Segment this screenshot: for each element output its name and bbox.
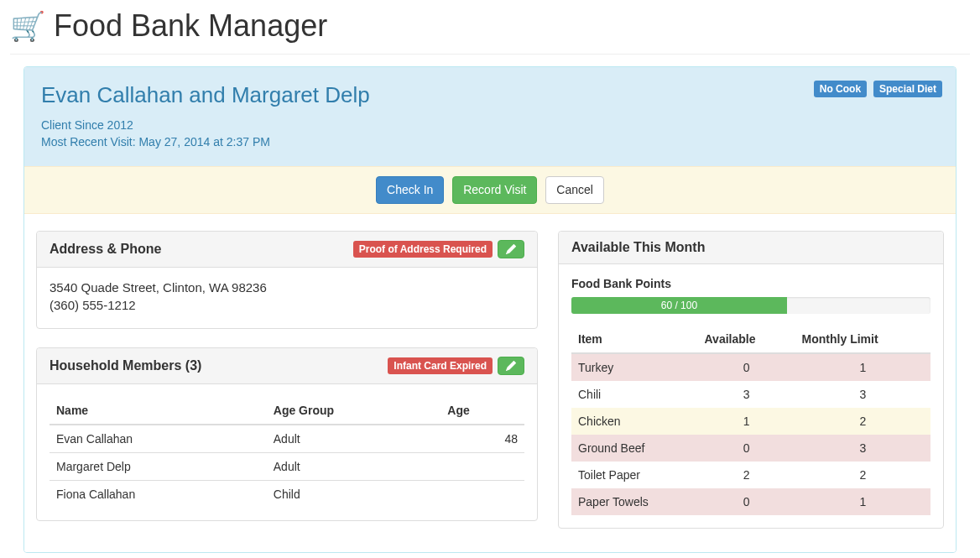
recent-visit-label: Most Recent Visit: — [41, 135, 138, 149]
household-warning-label: Infant Card Expired — [388, 357, 493, 374]
item-limit: 1 — [795, 353, 930, 381]
table-row: Margaret DelpAdult — [50, 453, 524, 481]
item-name: Ground Beef — [571, 435, 698, 462]
available-card: Available This Month Food Bank Points 60… — [558, 231, 944, 529]
table-row: Fiona CallahanChild — [50, 481, 524, 508]
left-column: Address & Phone Proof of Address Require… — [36, 231, 538, 540]
household-table: Name Age Group Age Evan CallahanAdult48M… — [50, 397, 524, 508]
table-row: Ground Beef03 — [571, 435, 930, 462]
client-badges: No Cook Special Diet — [811, 81, 942, 97]
address-card-header: Address & Phone Proof of Address Require… — [37, 232, 537, 268]
table-row: Chili33 — [571, 381, 930, 408]
item-name: Turkey — [571, 353, 698, 381]
item-name: Chicken — [571, 408, 698, 435]
item-name: Toilet Paper — [571, 462, 698, 488]
points-label: Food Bank Points — [571, 277, 930, 290]
cancel-button[interactable]: Cancel — [545, 176, 604, 205]
item-limit: 2 — [795, 408, 930, 435]
badge-special-diet: Special Diet — [873, 81, 942, 97]
available-card-title: Available This Month — [571, 240, 705, 255]
col-name: Name — [50, 397, 267, 425]
badge-no-cook: No Cook — [814, 81, 867, 97]
item-limit: 3 — [795, 381, 930, 408]
available-card-header: Available This Month — [559, 232, 943, 264]
phone-line: (360) 555-1212 — [50, 298, 524, 312]
col-limit: Monthly Limit — [795, 326, 930, 353]
member-age — [440, 481, 524, 508]
household-card: Household Members (3) Infant Card Expire… — [36, 347, 538, 521]
member-age — [440, 453, 524, 481]
app-title: Food Bank Manager — [54, 8, 327, 44]
table-row: Chicken12 — [571, 408, 930, 435]
address-line: 3540 Quade Street, Clinton, WA 98236 — [50, 280, 524, 295]
client-meta: Client Since 2012 Most Recent Visit: May… — [41, 117, 939, 151]
content-body: Address & Phone Proof of Address Require… — [24, 214, 956, 552]
address-card-body: 3540 Quade Street, Clinton, WA 98236 (36… — [37, 268, 537, 328]
member-age-group: Child — [267, 481, 441, 508]
available-card-body: Food Bank Points 60 / 100 Item Available… — [559, 264, 943, 528]
address-warning-label: Proof of Address Required — [353, 241, 493, 258]
item-available: 0 — [698, 488, 795, 515]
record-visit-button[interactable]: Record Visit — [452, 176, 537, 205]
pencil-icon — [506, 244, 516, 254]
cart-icon: 🛒 — [10, 12, 45, 40]
table-row: Paper Towels01 — [571, 488, 930, 515]
app-header: 🛒 Food Bank Manager — [10, 0, 970, 55]
points-progress-bar: 60 / 100 — [571, 297, 787, 314]
item-limit: 1 — [795, 488, 930, 515]
item-available: 0 — [698, 435, 795, 462]
col-age-group: Age Group — [267, 397, 441, 425]
col-available: Available — [698, 326, 795, 353]
check-in-button[interactable]: Check In — [376, 176, 444, 205]
client-header: Evan Callahan and Margaret Delp Client S… — [24, 67, 956, 166]
col-age: Age — [440, 397, 524, 425]
member-age-group: Adult — [267, 425, 441, 453]
item-limit: 2 — [795, 462, 930, 488]
action-bar: Check In Record Visit Cancel — [24, 166, 956, 215]
edit-household-button[interactable] — [498, 357, 524, 375]
recent-visit-value: May 27, 2014 at 2:37 PM — [138, 135, 269, 149]
item-available: 1 — [698, 408, 795, 435]
edit-address-button[interactable] — [498, 240, 524, 258]
item-available: 0 — [698, 353, 795, 381]
member-age: 48 — [440, 425, 524, 453]
item-available: 2 — [698, 462, 795, 488]
right-column: Available This Month Food Bank Points 60… — [558, 231, 944, 547]
points-progress: 60 / 100 — [571, 297, 930, 314]
member-name: Fiona Callahan — [50, 481, 267, 508]
col-item: Item — [571, 326, 698, 353]
address-card-title: Address & Phone — [50, 242, 161, 257]
household-card-header: Household Members (3) Infant Card Expire… — [37, 348, 537, 384]
client-panel: Evan Callahan and Margaret Delp Client S… — [23, 66, 957, 553]
item-name: Chili — [571, 381, 698, 408]
item-name: Paper Towels — [571, 488, 698, 515]
household-card-title: Household Members (3) — [50, 358, 201, 373]
address-card: Address & Phone Proof of Address Require… — [36, 231, 538, 329]
table-row: Turkey01 — [571, 353, 930, 381]
item-available: 3 — [698, 381, 795, 408]
pencil-icon — [506, 361, 516, 371]
table-row: Toilet Paper22 — [571, 462, 930, 488]
client-since: Client Since 2012 — [41, 117, 939, 133]
member-name: Margaret Delp — [50, 453, 267, 481]
client-name: Evan Callahan and Margaret Delp — [41, 82, 939, 108]
member-age-group: Adult — [267, 453, 441, 481]
item-limit: 3 — [795, 435, 930, 462]
member-name: Evan Callahan — [50, 425, 267, 453]
client-recent-visit: Most Recent Visit: May 27, 2014 at 2:37 … — [41, 133, 939, 150]
items-table: Item Available Monthly Limit Turkey01Chi… — [571, 326, 930, 515]
household-card-body: Name Age Group Age Evan CallahanAdult48M… — [37, 384, 537, 520]
table-row: Evan CallahanAdult48 — [50, 425, 524, 453]
